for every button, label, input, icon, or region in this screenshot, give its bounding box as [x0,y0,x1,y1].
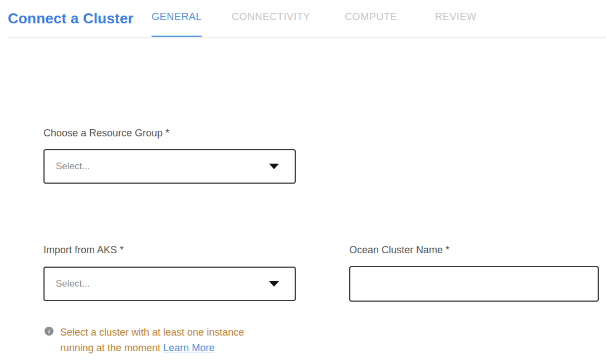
wizard-header: Connect a Cluster GENERAL CONNECTIVITY C… [0,0,606,39]
import-aks-select-placeholder: Select... [56,278,90,289]
chevron-down-icon [269,164,279,169]
tab-connectivity[interactable]: CONNECTIVITY [232,11,310,39]
resource-group-label: Choose a Resource Group * [43,127,169,139]
connect-cluster-wizard: Connect a Cluster GENERAL CONNECTIVITY C… [0,0,606,364]
cluster-name-input[interactable] [349,266,599,302]
cluster-instance-info-note: i Select a cluster with at least one ins… [45,324,273,356]
page-title: Connect a Cluster [8,10,134,27]
resource-group-select[interactable]: Select... [43,149,296,184]
tab-general[interactable]: GENERAL [152,11,202,39]
info-note-message: Select a cluster with at least one insta… [60,327,244,353]
tab-compute[interactable]: COMPUTE [345,11,397,39]
info-note-text: Select a cluster with at least one insta… [60,324,267,356]
learn-more-link[interactable]: Learn More [163,342,214,353]
chevron-down-icon [269,281,279,287]
header-divider [8,37,606,38]
cluster-name-label: Ocean Cluster Name * [349,244,449,256]
resource-group-select-placeholder: Select... [56,161,90,172]
import-aks-label: Import from AKS * [43,244,124,256]
tab-review[interactable]: REVIEW [435,11,477,39]
import-aks-select[interactable]: Select... [43,267,296,301]
info-icon: i [45,327,53,336]
